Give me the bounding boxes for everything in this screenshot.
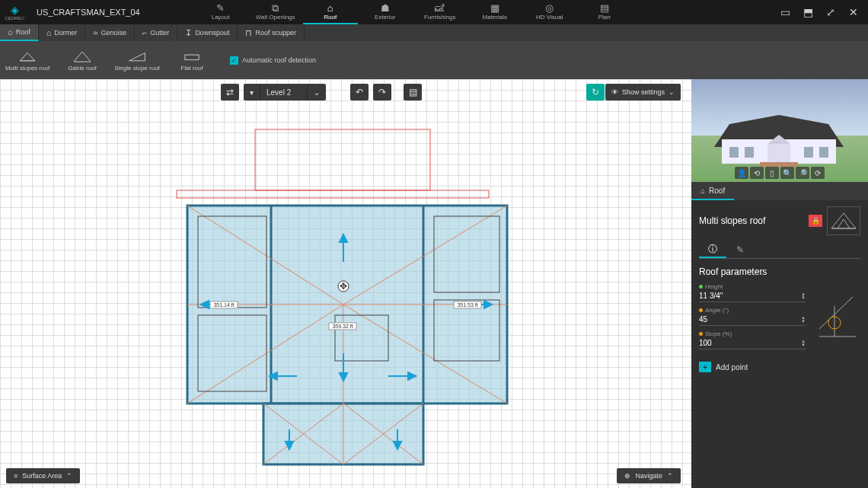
sub-toolbar: ⌂Roof ⌂Dormer ≈Genoise ⌐Gutter ↧Downspou…: [0, 24, 868, 41]
svg-line-62: [844, 219, 850, 228]
multi-slopes-icon: [18, 49, 37, 63]
logo-icon: ◈: [11, 4, 19, 16]
nav-tab-roof[interactable]: ⌂Roof: [303, 0, 358, 24]
house-render: [714, 109, 844, 168]
tool-flat[interactable]: Flat roof: [164, 41, 219, 79]
zoom-out-button[interactable]: 🔎: [796, 167, 809, 179]
scupper-icon: ⊓: [245, 28, 252, 38]
svg-text:359.32 ft: 359.32 ft: [332, 324, 353, 329]
redo-button[interactable]: ↷: [373, 84, 391, 100]
stepper-icon[interactable]: ▲▼: [801, 316, 806, 324]
nav-tabs: ✎Layout ⧉Wall Openings ⌂Roof ☗Exterior 🛋…: [193, 0, 778, 24]
svg-text:351.53 ft: 351.53 ft: [457, 302, 477, 308]
eye-icon: 👁: [611, 88, 618, 96]
subtab-downspout[interactable]: ↧Downspout: [177, 24, 238, 41]
stepper-icon[interactable]: ▲▼: [801, 292, 806, 300]
confirm-button[interactable]: ↻: [586, 84, 605, 100]
surface-area-button[interactable]: ≡ Surface Area ⌃: [6, 468, 80, 483]
tool-multi-slopes[interactable]: Multi slopes roof: [0, 41, 55, 79]
door-icon: ⧉: [272, 3, 279, 13]
flat-roof-icon: [182, 49, 202, 63]
angle-input[interactable]: 45 ▲▼: [699, 314, 806, 326]
nav-tab-materials[interactable]: ▦Materials: [468, 0, 522, 24]
level-selector[interactable]: ▾ Level 2 ⌄: [244, 84, 326, 100]
tool-gable[interactable]: Gable roof: [55, 41, 110, 79]
svg-marker-2: [75, 52, 91, 62]
palette-icon: ▦: [490, 3, 499, 13]
tool-single-slope[interactable]: Single slope roof: [110, 41, 164, 79]
subtab-roof-scupper[interactable]: ⊓Roof scupper: [238, 24, 305, 41]
preview-3d[interactable]: 👤 ⟲ ▯ 🔍 🔎 ⟳: [691, 79, 868, 182]
roof-wireframe-icon: [827, 206, 860, 235]
status-dot-icon: [699, 332, 703, 336]
info-tab[interactable]: ⓘ: [699, 241, 726, 258]
svg-rect-6: [177, 190, 489, 198]
status-dot-icon: [699, 285, 703, 289]
close-icon[interactable]: ✕: [847, 5, 860, 19]
svg-marker-3: [129, 53, 145, 60]
svg-marker-59: [831, 213, 856, 228]
gable-icon: [72, 49, 92, 63]
plus-icon: +: [699, 362, 711, 372]
sofa-icon: 🛋: [435, 3, 445, 13]
svg-marker-0: [20, 53, 35, 60]
subtab-gutter[interactable]: ⌐Gutter: [135, 24, 177, 41]
app-logo: ◈ CEDREO: [0, 0, 29, 24]
chevron-up-icon: ⌃: [667, 472, 673, 480]
subtab-genoise[interactable]: ≈Genoise: [85, 24, 135, 41]
lock-button[interactable]: 🔒: [809, 215, 822, 227]
style-tab[interactable]: ✎: [726, 241, 754, 258]
panel-tab-roof[interactable]: ⌂ Roof: [691, 182, 734, 200]
canvas[interactable]: ⇄ ▾ Level 2 ⌄ ↶ ↷ ▤ ↻ 👁 Show setti: [0, 79, 691, 488]
tool-row: Multi slopes roof Gable roof Single slop…: [0, 41, 868, 79]
subtab-roof[interactable]: ⌂Roof: [0, 24, 39, 41]
roof-icon: ⌂: [327, 3, 333, 13]
param-tabs: ⓘ ✎: [699, 241, 860, 259]
right-panel: 👤 ⟲ ▯ 🔍 🔎 ⟳ ⌂ Roof Multi slopes roof: [691, 79, 868, 488]
save-icon[interactable]: ⬒: [801, 5, 815, 19]
view-toolbar: 👤 ⟲ ▯ 🔍 🔎 ⟳: [735, 167, 825, 179]
subtab-dormer[interactable]: ⌂Dormer: [39, 24, 86, 41]
svg-rect-54: [729, 147, 739, 158]
roof-diagram-icon: [812, 283, 860, 352]
move-handle[interactable]: ✥: [338, 281, 349, 292]
view-orbit-button[interactable]: ⟲: [750, 167, 764, 179]
status-dot-icon: [699, 308, 703, 312]
view-layers-button[interactable]: ▯: [765, 167, 779, 179]
height-input[interactable]: 11 3/4" ▲▼: [699, 290, 806, 302]
nav-tab-wall-openings[interactable]: ⧉Wall Openings: [248, 0, 303, 24]
chevron-down-icon: ⌄: [669, 88, 675, 96]
auto-detection-toggle[interactable]: ✓ Automatic roof detection: [230, 56, 316, 65]
genoise-icon: ≈: [93, 28, 97, 37]
swap-button[interactable]: ⇄: [221, 84, 239, 100]
svg-rect-56: [804, 147, 813, 158]
nav-tab-hd-visual[interactable]: ◎HD Visual: [522, 0, 577, 24]
nav-tab-layout[interactable]: ✎Layout: [193, 0, 248, 24]
svg-rect-5: [255, 129, 430, 190]
add-point-button[interactable]: + Add point: [699, 362, 860, 372]
roof-plan[interactable]: ✥ 351.14 ft 359.32 ft 351.53 ft: [0, 79, 691, 488]
slope-input[interactable]: 100 ▲▼: [699, 337, 806, 349]
nav-tab-plan[interactable]: ▤Plan: [577, 0, 632, 24]
undo-button[interactable]: ↶: [350, 84, 369, 100]
nav-tab-exterior[interactable]: ☗Exterior: [358, 0, 413, 24]
stepper-icon[interactable]: ▲▼: [801, 340, 806, 347]
top-bar: ◈ CEDREO US_CRAFTSMAN_EXT_04 ✎Layout ⧉Wa…: [0, 0, 868, 24]
zoom-in-button[interactable]: 🔍: [780, 167, 794, 179]
project-name: US_CRAFTSMAN_EXT_04: [29, 8, 148, 17]
minimize-icon[interactable]: ⤢: [824, 5, 838, 19]
view-person-button[interactable]: 👤: [735, 167, 748, 179]
pencil-icon: ✎: [216, 3, 225, 13]
plan-icon: ▤: [600, 3, 609, 13]
roof-small-icon: ⌂: [700, 187, 705, 195]
nav-tab-furnishings[interactable]: 🛋Furnishings: [413, 0, 468, 24]
layers-button[interactable]: ▤: [404, 84, 422, 100]
svg-rect-55: [745, 147, 754, 158]
selected-roof-type: Multi slopes roof: [699, 215, 765, 226]
gutter-icon: ⌐: [142, 28, 147, 37]
show-settings-button[interactable]: 👁 Show settings ⌄: [605, 84, 681, 100]
view-reset-button[interactable]: ⟳: [811, 167, 825, 179]
svg-line-65: [819, 297, 853, 329]
chat-icon[interactable]: ▭: [778, 5, 792, 19]
navigate-button[interactable]: ⊕ Navigate ⌃: [617, 468, 681, 483]
